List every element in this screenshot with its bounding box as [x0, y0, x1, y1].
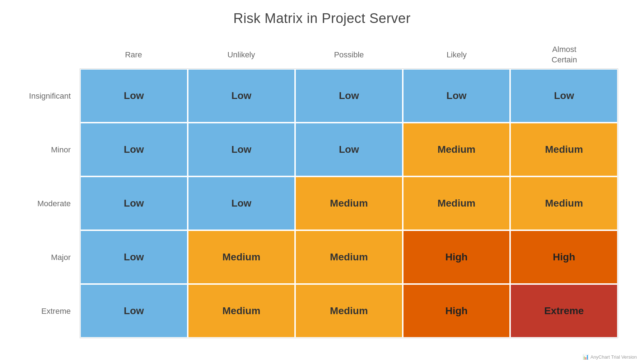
watermark-text: AnyChart Trial Version — [591, 354, 637, 360]
x-label-unlikely: Unlikely — [187, 44, 295, 66]
grid-row-extreme: LowMediumMediumHighExtreme — [80, 284, 618, 338]
x-axis: RareUnlikelyPossibleLikelyAlmostCertain — [80, 44, 618, 66]
x-label-rare: Rare — [80, 44, 187, 66]
cell-insignificant-almost-certain: Low — [510, 69, 618, 123]
cell-insignificant-possible: Low — [295, 69, 403, 123]
cell-major-unlikely: Medium — [188, 230, 295, 284]
cell-extreme-almost-certain: Extreme — [510, 284, 618, 338]
cell-moderate-unlikely: Low — [188, 176, 295, 230]
y-label-major: Major — [26, 231, 76, 284]
chart-title: Risk Matrix in Project Server — [233, 11, 411, 26]
cell-insignificant-rare: Low — [80, 69, 188, 123]
watermark: 📊 AnyChart Trial Version — [583, 354, 637, 360]
y-label-extreme: Extreme — [26, 284, 76, 338]
grid-row-major: LowMediumMediumHighHigh — [80, 230, 618, 284]
cell-moderate-rare: Low — [80, 176, 188, 230]
y-axis: InsignificantMinorModerateMajorExtreme — [26, 44, 76, 338]
cell-extreme-likely: High — [403, 284, 510, 338]
x-label-almost-certain: AlmostCertain — [510, 44, 618, 66]
cell-moderate-almost-certain: Medium — [510, 176, 618, 230]
y-label-moderate: Moderate — [26, 177, 76, 231]
chart-container: InsignificantMinorModerateMajorExtreme R… — [26, 44, 618, 338]
cell-major-rare: Low — [80, 230, 188, 284]
cell-insignificant-likely: Low — [403, 69, 510, 123]
grid-row-insignificant: LowLowLowLowLow — [80, 69, 618, 123]
cell-moderate-likely: Medium — [403, 176, 510, 230]
cell-major-almost-certain: High — [510, 230, 618, 284]
x-label-possible: Possible — [295, 44, 403, 66]
cell-extreme-possible: Medium — [295, 284, 403, 338]
cell-major-possible: Medium — [295, 230, 403, 284]
cell-insignificant-unlikely: Low — [188, 69, 295, 123]
cell-minor-rare: Low — [80, 123, 188, 176]
x-label-likely: Likely — [403, 44, 510, 66]
y-label-insignificant: Insignificant — [26, 69, 76, 123]
cell-extreme-unlikely: Medium — [188, 284, 295, 338]
grid-section: RareUnlikelyPossibleLikelyAlmostCertain … — [80, 44, 618, 338]
y-label-minor: Minor — [26, 123, 76, 177]
cell-minor-likely: Medium — [403, 123, 510, 176]
cell-moderate-possible: Medium — [295, 176, 403, 230]
grid-row-minor: LowLowLowMediumMedium — [80, 123, 618, 176]
watermark-icon: 📊 — [583, 354, 589, 360]
cell-minor-almost-certain: Medium — [510, 123, 618, 176]
cell-minor-possible: Low — [295, 123, 403, 176]
cell-extreme-rare: Low — [80, 284, 188, 338]
grid-row-moderate: LowLowMediumMediumMedium — [80, 176, 618, 230]
cell-minor-unlikely: Low — [188, 123, 295, 176]
risk-matrix-grid: LowLowLowLowLowLowLowLowMediumMediumLowL… — [80, 68, 618, 338]
cell-major-likely: High — [403, 230, 510, 284]
